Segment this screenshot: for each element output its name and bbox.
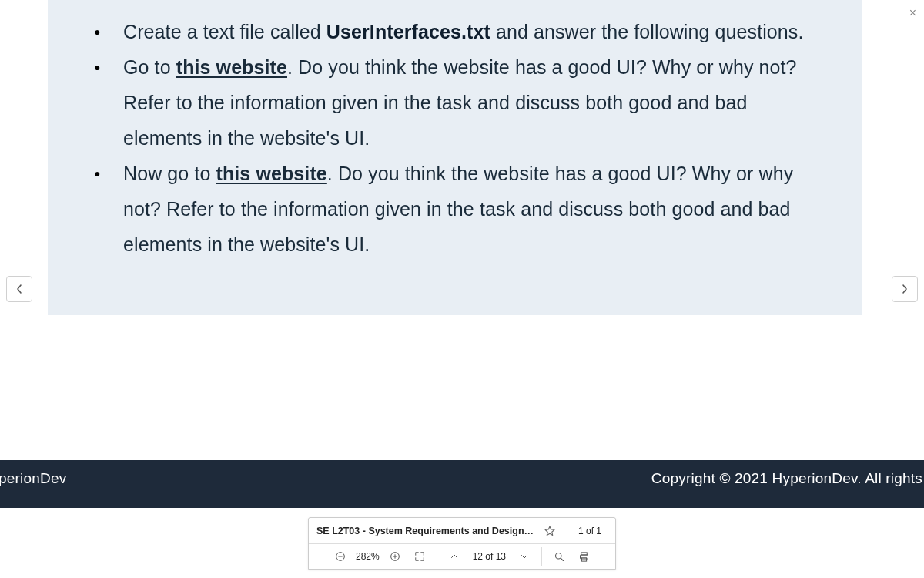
bullet-item: Go to this website. Do you think the web…: [80, 49, 822, 156]
text: Go to: [123, 56, 176, 78]
print-button[interactable]: [573, 546, 594, 567]
zoom-in-icon: [389, 550, 401, 563]
pdf-title: SE L2T03 - System Requirements and Desig…: [316, 526, 536, 536]
search-result-count: 1 of 1: [572, 526, 608, 536]
close-button[interactable]: ×: [909, 6, 916, 20]
svg-point-5: [555, 553, 561, 559]
search-icon: [554, 551, 565, 563]
star-button[interactable]: [544, 525, 556, 537]
search-button[interactable]: [548, 546, 570, 567]
text: Create a text file called: [123, 21, 326, 42]
chevron-left-icon: [15, 284, 23, 294]
svg-rect-9: [581, 557, 586, 560]
chevron-right-icon: [901, 284, 909, 294]
link-this-website[interactable]: this website: [216, 163, 327, 184]
zoom-level: 282%: [354, 551, 381, 562]
footer-strip: [0, 497, 924, 508]
svg-line-6: [561, 558, 563, 560]
pdf-viewer-toolbar: SE L2T03 - System Requirements and Desig…: [308, 517, 616, 570]
fit-button[interactable]: [409, 546, 430, 567]
prev-button[interactable]: [6, 276, 32, 302]
link-this-website[interactable]: this website: [176, 56, 287, 78]
text: and answer the following questions.: [490, 21, 804, 42]
page-indicator: 12 of 13: [468, 551, 511, 562]
divider: [437, 547, 437, 566]
page-down-button[interactable]: [514, 546, 535, 567]
star-icon: [544, 525, 556, 537]
zoom-out-button[interactable]: [330, 546, 351, 567]
zoom-out-icon: [334, 550, 346, 563]
print-icon: [578, 551, 590, 563]
chevron-up-icon: [450, 552, 459, 561]
bold-filename: UserInterfaces.txt: [326, 21, 490, 42]
footer-copyright: Copyright © 2021 HyperionDev. All rights: [651, 470, 922, 487]
zoom-in-button[interactable]: [384, 546, 406, 567]
chevron-down-icon: [520, 552, 529, 561]
bullet-item: Create a text file called UserInterfaces…: [80, 14, 822, 49]
footer-brand: perionDev: [0, 470, 66, 487]
bullet-item: Now go to this website. Do you think the…: [80, 156, 822, 262]
text: Now go to: [123, 163, 216, 184]
fit-icon: [414, 551, 425, 562]
page-up-button[interactable]: [444, 546, 465, 567]
divider: [564, 518, 564, 544]
footer-bar: perionDev Copyright © 2021 HyperionDev. …: [0, 460, 924, 497]
divider: [541, 547, 542, 566]
next-button[interactable]: [892, 276, 918, 302]
document-content: Create a text file called UserInterfaces…: [48, 0, 862, 315]
